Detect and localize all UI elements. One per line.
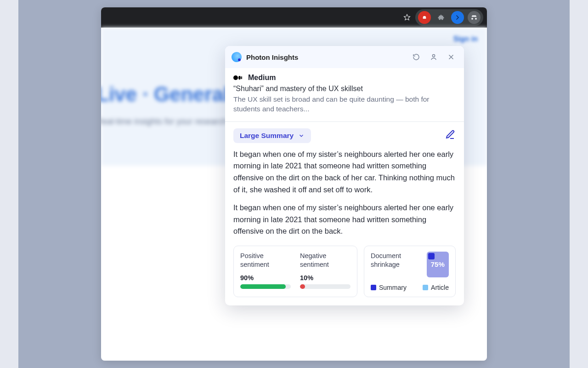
popup-header: Photon Inisghts xyxy=(225,46,464,68)
account-button[interactable] xyxy=(427,51,440,63)
incognito-icon[interactable] xyxy=(468,11,481,24)
positive-sentiment-label: Positive sentiment xyxy=(240,252,291,269)
negative-sentiment: Negative sentiment 10% xyxy=(300,252,351,289)
negative-sentiment-label: Negative sentiment xyxy=(300,252,351,269)
bookmark-star-icon[interactable] xyxy=(401,11,413,24)
extensions-puzzle-icon[interactable] xyxy=(435,11,447,24)
summary-mode-dropdown[interactable]: Large Summary xyxy=(233,128,311,143)
article-description: The UX skill set is broad and can be qui… xyxy=(233,95,456,114)
summary-paragraph: It began when one of my sister’s neighbo… xyxy=(233,202,456,237)
shrinkage-summary-box xyxy=(428,253,435,259)
chevron-down-icon xyxy=(298,132,305,139)
negative-sentiment-value: 10% xyxy=(300,274,351,282)
summary-body: It began when one of my sister’s neighbo… xyxy=(225,146,464,246)
photon-logo-icon xyxy=(232,52,242,62)
source-block: Medium “Shuhari” and mastery of the UX s… xyxy=(225,68,464,122)
shrinkage-legend: Summary Article xyxy=(371,284,449,291)
summary-mode-label: Large Summary xyxy=(240,132,294,140)
popup-title: Photon Inisghts xyxy=(246,53,298,61)
svg-point-0 xyxy=(432,54,435,57)
extension-active-icon[interactable] xyxy=(451,11,464,24)
extensions-pill xyxy=(415,9,483,26)
metrics-row: Positive sentiment 90% Negative sentimen… xyxy=(225,246,464,305)
refresh-button[interactable] xyxy=(410,51,423,63)
legend-swatch-summary xyxy=(371,285,376,290)
ublock-icon[interactable] xyxy=(418,11,431,24)
browser-window: Live · General Real-time insights for yo… xyxy=(101,7,487,361)
summary-paragraph: It began when one of my sister’s neighbo… xyxy=(233,149,456,196)
negative-sentiment-bar xyxy=(300,284,351,289)
summary-controls: Large Summary xyxy=(225,122,464,146)
sentiment-card: Positive sentiment 90% Negative sentimen… xyxy=(233,246,357,297)
positive-sentiment: Positive sentiment 90% xyxy=(240,252,291,289)
browser-toolbar xyxy=(101,7,487,28)
legend-summary-label: Summary xyxy=(379,284,407,291)
positive-sentiment-bar xyxy=(240,284,291,289)
shrinkage-label: Document shrinkage xyxy=(371,252,420,269)
legend-swatch-article xyxy=(423,285,428,290)
close-button[interactable] xyxy=(445,51,458,63)
medium-logo-icon xyxy=(233,75,243,81)
article-title: “Shuhari” and mastery of the UX skillset xyxy=(233,85,456,93)
edit-icon xyxy=(445,129,456,140)
edit-summary-button[interactable] xyxy=(445,129,456,142)
shrinkage-chart: 75% xyxy=(427,252,449,277)
insights-popup: Photon Inisghts Medium “Shuhari” and mas… xyxy=(225,46,464,305)
bg-header-link: Sign in xyxy=(453,35,478,43)
legend-article-label: Article xyxy=(431,284,449,291)
source-name: Medium xyxy=(248,74,276,82)
positive-sentiment-value: 90% xyxy=(240,274,291,282)
shrinkage-card: Document shrinkage 75% Summary Article xyxy=(364,246,456,297)
shrinkage-value: 75% xyxy=(431,260,445,268)
